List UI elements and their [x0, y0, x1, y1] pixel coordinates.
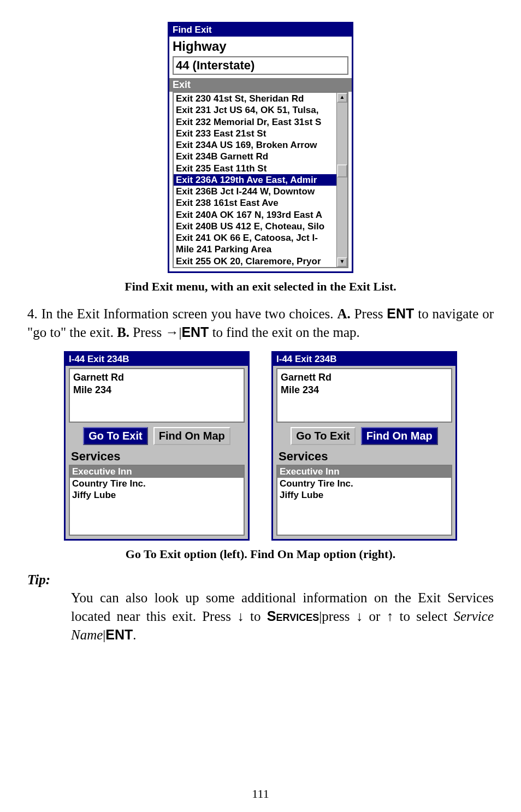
- exit-list-item[interactable]: Exit 233 East 21st St: [174, 128, 336, 139]
- exit-list-item[interactable]: Exit 238 161st East Ave: [174, 197, 336, 209]
- find-on-map-button[interactable]: Find On Map: [361, 427, 438, 445]
- exit-list-item[interactable]: Exit 236A 129th Ave East, Admir: [174, 174, 336, 186]
- exit-list-item[interactable]: Exit 240B US 412 E, Choteau, Silo: [174, 221, 336, 232]
- exit-list-item[interactable]: Mile 241 Parking Area: [174, 244, 336, 255]
- ent-key: ENT: [387, 306, 414, 321]
- scroll-down-icon[interactable]: ▼: [337, 257, 347, 267]
- exit-name: Garnett Rd: [73, 371, 240, 384]
- service-list-item[interactable]: Executive Inn: [70, 466, 244, 477]
- figure1-caption: Find Exit menu, with an exit selected in…: [27, 280, 494, 294]
- up-arrow-icon: ↑: [387, 608, 394, 624]
- services-key: Services: [267, 608, 319, 624]
- exit-list-item[interactable]: Exit 240A OK 167 N, 193rd East A: [174, 209, 336, 221]
- scrollbar[interactable]: ▲ ▼: [336, 93, 347, 267]
- window-titlebar: I-44 Exit 234B: [66, 353, 248, 366]
- go-to-exit-button[interactable]: Go To Exit: [291, 427, 356, 445]
- t: to: [244, 609, 267, 624]
- t: A.: [337, 306, 350, 321]
- t: Press: [351, 306, 387, 321]
- services-list[interactable]: Executive InnCountry Tire Inc.Jiffy Lube: [69, 465, 245, 536]
- exit-mile: Mile 234: [73, 384, 240, 396]
- exit-info-box: Garnett Rd Mile 234: [276, 368, 452, 423]
- exit-list-item[interactable]: Exit 255 OK 20, Claremore, Pryor: [174, 256, 336, 267]
- exit-list-item[interactable]: Exit 236B Jct I-244 W, Downtow: [174, 186, 336, 197]
- exit-name: Garnett Rd: [281, 371, 448, 384]
- tip-body: You can also look up some additional inf…: [71, 589, 494, 644]
- down-arrow-icon: ↓: [237, 608, 244, 624]
- t: 4. In the Exit Information screen you ha…: [27, 306, 337, 321]
- exit-info-window-right: I-44 Exit 234B Garnett Rd Mile 234 Go To…: [271, 351, 457, 541]
- service-list-item[interactable]: Jiffy Lube: [277, 489, 451, 501]
- exit-list-item[interactable]: Exit 234A US 169, Broken Arrow: [174, 139, 336, 151]
- find-on-map-button[interactable]: Find On Map: [153, 427, 230, 445]
- exit-list-item[interactable]: Exit 231 Jct US 64, OK 51, Tulsa,: [174, 104, 336, 116]
- page-number: 111: [0, 787, 521, 801]
- exit-list-item[interactable]: Exit 234B Garnett Rd: [174, 151, 336, 162]
- highway-label: Highway: [169, 37, 352, 56]
- go-to-exit-button[interactable]: Go To Exit: [83, 427, 148, 445]
- ent-key: ENT: [181, 324, 209, 340]
- exit-list-item[interactable]: Exit 241 OK 66 E, Catoosa, Jct I-: [174, 232, 336, 244]
- find-exit-window: Find Exit Highway 44 (Interstate) Exit E…: [168, 22, 353, 273]
- exit-section-header: Exit: [169, 78, 352, 92]
- services-list[interactable]: Executive InnCountry Tire Inc.Jiffy Lube: [276, 465, 452, 536]
- window-titlebar: I-44 Exit 234B: [273, 353, 455, 366]
- t: to find the exit on the map.: [209, 325, 359, 340]
- service-list-item[interactable]: Executive Inn: [277, 466, 451, 477]
- t: to select: [393, 609, 453, 624]
- right-arrow-icon: →: [165, 324, 179, 340]
- scroll-track[interactable]: [337, 103, 347, 257]
- services-label: Services: [66, 449, 248, 465]
- service-list-item[interactable]: Country Tire Inc.: [70, 478, 244, 489]
- t: Press: [129, 325, 165, 340]
- exit-list[interactable]: Exit 230 41st St, Sheridan RdExit 231 Jc…: [174, 93, 336, 267]
- t: |press: [319, 609, 356, 624]
- exit-info-box: Garnett Rd Mile 234: [69, 368, 245, 423]
- t: .: [133, 627, 136, 642]
- down-arrow-icon: ↓: [356, 608, 363, 624]
- scroll-up-icon[interactable]: ▲: [337, 93, 347, 103]
- t: B.: [117, 325, 129, 340]
- figure2-caption: Go To Exit option (left). Find On Map op…: [27, 547, 494, 561]
- exit-info-window-left: I-44 Exit 234B Garnett Rd Mile 234 Go To…: [64, 351, 250, 541]
- window-titlebar: Find Exit: [169, 23, 352, 37]
- exit-mile: Mile 234: [281, 384, 448, 396]
- services-label: Services: [273, 449, 455, 465]
- tip-heading: Tip:: [27, 572, 494, 588]
- exit-list-item[interactable]: Exit 232 Memorial Dr, East 31st S: [174, 116, 336, 128]
- service-list-item[interactable]: Country Tire Inc.: [277, 478, 451, 489]
- highway-value[interactable]: 44 (Interstate): [173, 56, 348, 75]
- scroll-thumb[interactable]: [337, 164, 347, 177]
- ent-key: ENT: [105, 627, 133, 642]
- service-list-item[interactable]: Jiffy Lube: [70, 489, 244, 501]
- exit-list-item[interactable]: Exit 230 41st St, Sheridan Rd: [174, 93, 336, 104]
- step4-text: 4. In the Exit Information screen you ha…: [27, 305, 494, 342]
- t: or: [363, 609, 386, 624]
- exit-list-item[interactable]: Exit 235 East 11th St: [174, 163, 336, 174]
